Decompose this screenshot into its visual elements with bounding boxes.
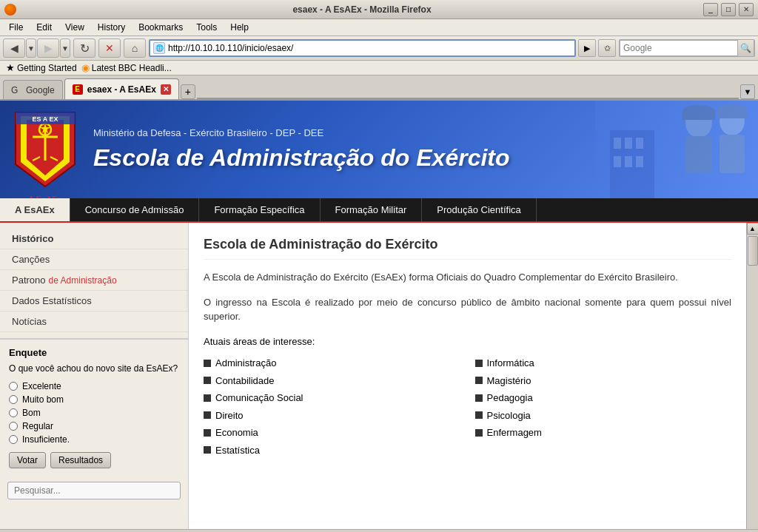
radio-circle-muito-bom[interactable] [9,395,18,404]
area-informatica: Informática [475,356,732,371]
search-input[interactable] [620,43,737,53]
nav-tab-formacao-militar[interactable]: Formação Militar [321,198,423,221]
sidebar-item-historico[interactable]: Histórico [0,229,188,249]
area-label-comunicacao: Comunicação Social [215,391,303,405]
search-box: 🔍 [619,39,755,57]
maximize-button[interactable]: □ [721,3,736,16]
tab-bar: G Google E esaex - A EsAEx ✕ + ▼ [0,75,758,101]
tab-esaex[interactable]: E esaex - A EsAEx ✕ [64,78,179,99]
areas-intro: Atuais áreas de interesse: [204,334,731,349]
bookmark-button[interactable]: ✩ [598,39,616,57]
svg-text:ES A EX: ES A EX [33,115,58,123]
address-bar: 🌐 ▶ ✩ [149,39,616,57]
nav-tab-concurso[interactable]: Concurso de Admissão [70,198,200,221]
content-para-2: O ingresso na Escola é realizado por mei… [204,295,731,324]
radio-insuficiente: Insuficiente. [9,434,179,445]
home-button[interactable]: ⌂ [124,38,146,58]
nav-tab-producao[interactable]: Produção Científica [422,198,536,221]
address-input-wrap[interactable]: 🌐 [149,39,576,57]
scroll-thumb[interactable] [748,236,758,266]
bullet-direito [204,411,211,419]
radio-circle-insuficiente[interactable] [9,435,18,444]
stop-button[interactable]: ✕ [98,38,121,58]
area-pedagogia: Pedagogia [475,391,732,405]
bullet-magisterio [475,377,483,384]
svg-rect-13 [614,138,621,149]
page-area: ES A EX A EsAEx Ministério da Defesa - E… [0,101,758,529]
window-controls[interactable]: _ □ ✕ [703,3,754,16]
go-button[interactable]: ▶ [578,39,596,57]
bookmark-getting-started[interactable]: ★ Getting Started [6,62,77,73]
sidebar-item-dados[interactable]: Dados Estatísticos [0,291,188,312]
nav-tab-formacao-especifica[interactable]: Formação Específica [199,198,320,221]
tab-google[interactable]: G Google [3,80,63,99]
main-nav: A EsAEx Concurso de Admissão Formação Es… [0,198,758,223]
area-contabilidade: Contabilidade [204,374,460,388]
svg-rect-16 [614,156,621,167]
menu-view[interactable]: View [59,21,90,34]
bullet-psicologia [475,411,483,419]
logo-shield-svg: ES A EX [12,109,78,190]
area-label-contabilidade: Contabilidade [215,374,275,388]
enquete-question: O que você achou do novo site da EsAEx? [9,363,179,375]
nav-tab-esaex[interactable]: A EsAEx [0,198,70,221]
back-dropdown-button[interactable]: ▼ [26,38,36,58]
menu-history[interactable]: History [92,21,131,34]
svg-rect-15 [636,138,643,149]
bookmark-rss-icon: ◉ [81,62,90,73]
vertical-scrollbar[interactable]: ▲ [746,223,758,529]
radio-label-regular: Regular [22,421,53,431]
tab-esaex-label: esaex - A EsAEx [87,84,156,95]
sidebar-search [0,476,188,505]
reload-button[interactable]: ↻ [73,38,95,58]
forward-dropdown-button[interactable]: ▼ [60,38,70,58]
results-button[interactable]: Resultados [50,452,111,468]
minimize-button[interactable]: _ [703,3,718,16]
area-psicologia: Psicologia [475,408,732,423]
menu-bookmarks[interactable]: Bookmarks [133,21,189,34]
bullet-pedagogia [475,394,483,402]
area-label-direito: Direito [215,408,244,423]
menu-edit[interactable]: Edit [30,21,58,34]
site-header: ES A EX A EsAEx Ministério da Defesa - E… [0,101,758,198]
site-header-text: Ministério da Defesa - Exército Brasilei… [93,127,510,172]
sidebar-item-noticias[interactable]: Notícias [0,312,188,332]
forward-button[interactable]: ▶ [37,38,59,58]
main-content: Escola de Administração do Exército A Es… [189,223,746,529]
content-title: Escola de Administração do Exército [204,235,731,260]
svg-rect-20 [685,136,712,173]
menu-file[interactable]: File [3,21,29,34]
radio-circle-excelente[interactable] [9,382,18,391]
menu-tools[interactable]: Tools [190,21,223,34]
tab-google-label: Google [26,85,55,95]
enquete-title: Enquete [9,347,179,358]
area-enfermagem: Enfermagem [475,425,732,440]
svg-rect-22 [682,111,715,120]
close-button[interactable]: ✕ [739,3,754,16]
area-label-magisterio: Magistério [487,374,531,388]
search-button[interactable]: 🔍 [737,40,754,56]
window-titlebar: esaex - A EsAEx - Mozilla Firefox _ □ ✕ [0,0,758,19]
sidebar-item-patrono[interactable]: Patrono de Administração de Administraçã… [0,270,188,291]
soldiers-svg [595,101,758,198]
address-favicon: 🌐 [153,42,165,54]
status-bar: http://10.10.10.110/inicio/esaex/index.p… [0,529,758,532]
content-para-1: A Escola de Administração do Exército (E… [204,270,731,285]
sidebar-search-input[interactable] [7,482,181,499]
radio-circle-regular[interactable] [9,422,18,431]
bookmark-bbc[interactable]: ◉ Latest BBC Headli... [81,62,172,73]
browser-page: ES A EX A EsAEx Ministério da Defesa - E… [0,101,758,529]
tab-esaex-close[interactable]: ✕ [161,84,171,95]
address-input[interactable] [168,43,571,53]
svg-rect-14 [625,138,632,149]
svg-rect-26 [717,110,747,118]
scroll-up-arrow[interactable]: ▲ [747,223,759,235]
vote-button[interactable]: Votar [9,452,46,468]
sidebar-item-cancoes[interactable]: Canções [0,249,188,270]
new-tab-button[interactable]: + [181,84,195,99]
area-label-psicologia: Psicologia [487,408,531,423]
radio-circle-bom[interactable] [9,408,18,417]
back-button[interactable]: ◀ [3,38,25,58]
menu-help[interactable]: Help [224,21,255,34]
tab-list-button[interactable]: ▼ [740,84,755,99]
